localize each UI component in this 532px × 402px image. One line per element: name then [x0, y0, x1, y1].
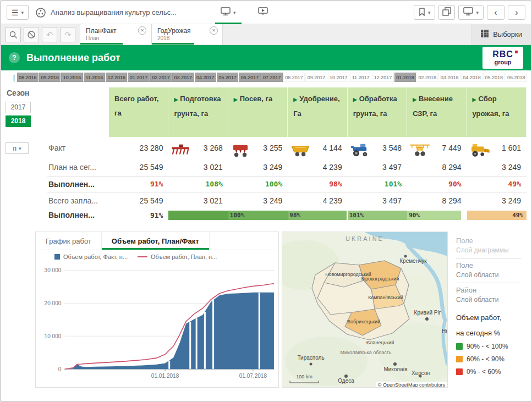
timeline-month-cell[interactable]: 03.2018 [438, 73, 460, 82]
bookmark-button[interactable]: ▾ [414, 5, 436, 20]
region-map[interactable]: UKRAINEКременчукНовомиргородськийКіровог… [282, 232, 447, 388]
timeline-month-cell[interactable]: 01.2017 [128, 73, 149, 82]
timeline-month-cell[interactable]: 07.2017 [261, 73, 283, 82]
sheet-list-button[interactable]: ▾ [458, 5, 484, 20]
season-option[interactable]: 2018 [6, 115, 31, 127]
value-cell: 4 239 [288, 192, 347, 210]
timeline-month-cell[interactable]: 01.2018 [394, 73, 416, 82]
step-forward-icon[interactable]: ↷ [60, 27, 75, 42]
filter-value: 2018 [157, 35, 218, 41]
pivot-column-header[interactable]: ▶Обработка грунта, га [348, 87, 407, 137]
series-line-icon [138, 256, 147, 257]
pivot-column-header[interactable]: ▶Сбор урожая, га [467, 87, 526, 137]
duplicate-button[interactable] [438, 5, 455, 20]
percent-cell: 101% [348, 176, 407, 192]
main-content: Сезон 20172018 п ▾ Всего работ, га▶Подго… [1, 83, 531, 229]
timeline-month-cell[interactable]: 02.2017 [150, 73, 172, 82]
row-label: Выполнен... [47, 210, 109, 221]
hamburger-icon: ☰ [12, 8, 19, 17]
pivot-column-header[interactable]: ▶Удобрение, Га [288, 87, 347, 137]
svg-text:01.01.2018: 01.01.2018 [151, 373, 179, 379]
expand-icon[interactable]: ▶ [413, 97, 416, 102]
value-cell: 3 249 [228, 159, 288, 176]
layer-group[interactable]: ПолеСлой диаграммы [456, 234, 521, 258]
timeline-month-cell[interactable]: 11.2017 [350, 73, 371, 82]
bar-value: 49% [512, 210, 523, 221]
timeline-month-cell[interactable]: 12.2017 [372, 73, 393, 82]
bar-cell: 101% [348, 210, 407, 221]
pivot-column-header[interactable]: ▶Подготовка грунта, га [168, 87, 228, 137]
timeline-month-cell[interactable]: 10.2016 [61, 73, 83, 82]
help-icon[interactable]: ? [9, 52, 20, 63]
timeline-month-cell[interactable]: 09.2017 [305, 73, 327, 82]
timeline-month-cell[interactable]: 12.2016 [106, 73, 127, 82]
timeline-month-cell[interactable]: 03.2017 [172, 73, 194, 82]
view-tools: ▾ [210, 1, 279, 24]
timeline: [ 08.201609.201610.201611.201612.201601.… [1, 70, 531, 83]
timeline-month-cell[interactable]: 04.2017 [195, 73, 216, 82]
expand-icon[interactable]: ▶ [174, 97, 178, 102]
season-option[interactable]: 2017 [6, 102, 31, 113]
timeline-month-cell[interactable]: 05.2017 [217, 73, 238, 82]
clear-selections-icon[interactable] [24, 27, 39, 42]
column-header-label: Посев, га [240, 95, 272, 103]
volume-chart[interactable]: 010 00020 00030 00001.01.201801.07.2018 [36, 261, 278, 387]
pivot-corner [47, 87, 109, 137]
selections-button[interactable]: Выборки [471, 24, 531, 45]
close-icon[interactable]: ✕ [138, 26, 146, 35]
timeline-month-cell[interactable]: 09.2016 [39, 73, 61, 82]
timeline-month-cell[interactable]: 11.2016 [84, 73, 105, 82]
sheets-button[interactable]: ▾ [210, 1, 247, 24]
timeline-month-cell[interactable]: 08.2016 [17, 73, 39, 82]
harvester-icon [469, 142, 490, 158]
percent-cell: 90% [407, 176, 467, 192]
value-cell: 8 294 [407, 159, 467, 176]
timeline-month-cell[interactable]: 04.2018 [461, 73, 482, 82]
pivot-column-header[interactable]: ▶Посев, га [228, 87, 288, 137]
chart-tab[interactable]: Объем работ, План/Факт [102, 232, 210, 250]
chart-panel: График работОбъем работ, План/Факт Объем… [35, 232, 279, 388]
map-label-bobrynets: Бобринецький [347, 319, 380, 324]
app-title: Анализ выращивания культур сельс... [51, 8, 177, 16]
layer-group[interactable]: ПолеСлой области [456, 258, 521, 283]
value-cell: 3 255 [228, 137, 288, 159]
timeline-month-cell[interactable]: 10.2017 [328, 73, 349, 82]
close-icon[interactable]: ✕ [210, 26, 218, 35]
caret-down-icon: ▾ [233, 10, 236, 15]
selections-tool-icon[interactable] [6, 27, 21, 42]
timeline-month-cell[interactable]: 06.2017 [239, 73, 260, 82]
row-label: Всего запла... [47, 192, 109, 210]
next-sheet-button[interactable]: › [508, 5, 525, 20]
filter-chip[interactable]: ГодУрожая✕2018 [151, 24, 223, 45]
map-panel[interactable]: UKRAINEКременчукНовомиргородськийКіровог… [282, 232, 448, 388]
pivot-column-header[interactable]: Всего работ, га [109, 87, 168, 137]
bar-cell: 100% [228, 210, 288, 221]
mini-filter-button[interactable]: п ▾ [6, 142, 29, 154]
timeline-month-cell[interactable]: 02.2018 [416, 73, 438, 82]
expand-icon[interactable]: ▶ [293, 97, 297, 102]
present-button[interactable] [247, 1, 279, 24]
prev-sheet-button[interactable]: ‹ [487, 5, 504, 20]
value-cell: 25 549 [109, 159, 168, 176]
filter-chip[interactable]: ПланФакт✕План [80, 24, 151, 45]
series-name: Объем работ, Факт, н... [63, 254, 128, 260]
timeline-month-cell[interactable]: 08.2017 [283, 73, 305, 82]
logo-text: RBC [492, 50, 513, 59]
season-label: Сезон [7, 89, 41, 97]
layer-group[interactable]: РайонСлой области [456, 283, 521, 307]
percent-cell: 100% [228, 176, 288, 192]
expand-icon[interactable]: ▶ [353, 97, 357, 102]
expand-icon[interactable]: ▶ [234, 97, 238, 102]
pivot-column-header[interactable]: ▶Внесение СЗР, га [407, 87, 467, 137]
app-window: ☰ ▾ Анализ выращивания культур сельс... … [0, 0, 532, 402]
timeline-month-cell[interactable]: 05.2018 [483, 73, 504, 82]
chart-tabs: График работОбъем работ, План/Факт [36, 232, 278, 250]
tractor-icon [350, 142, 371, 158]
selection-toolbar: ↶ ↷ ПланФакт✕ПланГодУрожая✕2018 Выборки [1, 24, 531, 45]
step-back-icon[interactable]: ↶ [42, 27, 57, 42]
timeline-month-cell[interactable]: 06.2018 [506, 73, 527, 82]
chart-tab[interactable]: График работ [36, 232, 102, 250]
map-attribution[interactable]: © OpenStreetMap contributors [378, 382, 446, 388]
expand-icon[interactable]: ▶ [473, 97, 476, 102]
menu-button[interactable]: ☰ ▾ [7, 5, 29, 20]
